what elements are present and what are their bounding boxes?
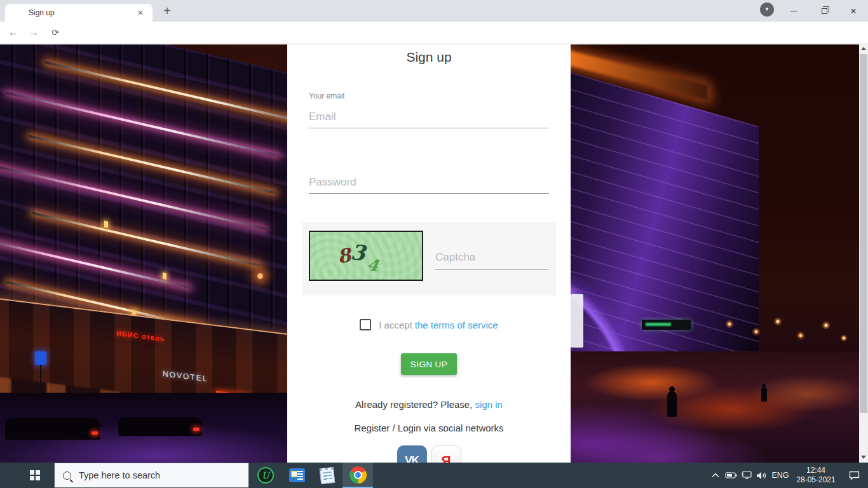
email-label: Your email <box>309 92 344 100</box>
scrollbar-down-arrow[interactable] <box>859 452 868 463</box>
tab-close-icon[interactable]: × <box>135 7 146 18</box>
car-silhouette <box>5 418 100 440</box>
background-photo-right <box>571 43 859 463</box>
minimize-icon <box>790 11 797 11</box>
window-close-button[interactable]: × <box>839 0 868 22</box>
scrollbar-up-arrow[interactable] <box>859 43 868 54</box>
neon-stripe <box>0 165 267 230</box>
notepad-glyph <box>320 466 335 484</box>
neon-stripe <box>0 236 191 288</box>
background-photo-left: ИБИС отель NOVOTEL <box>0 43 287 463</box>
captcha-digit: 3 <box>349 241 366 264</box>
vk-login-button[interactable]: VK <box>397 445 427 463</box>
captcha-field[interactable] <box>435 245 548 270</box>
page-top-edge <box>0 43 868 44</box>
car-taillight <box>92 431 98 435</box>
terms-of-service-link[interactable]: the terms of service <box>415 320 498 330</box>
signup-panel: Sign up Your email 8 3 4 I accept the te… <box>287 43 571 463</box>
captcha-digit: 4 <box>366 257 379 274</box>
screen: Sign up × + ▼ × ← → ⟳ neon.today/welcome… <box>0 0 868 488</box>
page-content: ИБИС отель NOVOTEL <box>0 43 868 463</box>
office-glyph <box>289 468 305 482</box>
start-button[interactable] <box>20 463 50 488</box>
email-field[interactable] <box>309 105 549 128</box>
street-lamp-glow <box>257 273 263 279</box>
terms-row: I accept the terms of service <box>287 319 571 330</box>
road-sign <box>35 351 46 365</box>
social-networks-heading: Register / Login via social networks <box>287 423 571 433</box>
search-icon <box>63 471 71 480</box>
language-indicator[interactable]: ENG <box>769 471 792 480</box>
browser-toolbar: ← → ⟳ neon.today/welcome/register HD ⋮ <box>0 22 868 43</box>
new-tab-button[interactable]: + <box>159 3 175 20</box>
lit-window <box>163 273 166 280</box>
toolbar-caret-button[interactable]: ▼ <box>760 3 774 17</box>
page-title: Sign up <box>287 50 571 65</box>
window-minimize-button[interactable] <box>779 0 808 22</box>
taskbar-office-icon[interactable] <box>281 463 312 488</box>
sign-in-link[interactable]: sign in <box>475 399 503 410</box>
forward-button[interactable]: → <box>24 22 43 43</box>
close-icon: × <box>850 6 857 17</box>
taskbar-iobit-icon[interactable]: U <box>250 463 281 488</box>
accept-text: I accept <box>379 320 412 330</box>
neon-stripe <box>29 135 276 194</box>
down-triangle-icon <box>861 456 866 459</box>
scrollbar-thumb[interactable] <box>860 54 867 413</box>
windows-logo-icon <box>30 470 40 480</box>
captcha-section: 8 3 4 <box>302 222 556 295</box>
neon-stripe <box>6 92 280 157</box>
taskbar-chrome-icon-active[interactable] <box>342 463 373 488</box>
battery-icon[interactable] <box>723 463 738 488</box>
taskbar-clock[interactable]: 12:44 28-05-2021 <box>792 466 840 485</box>
pedestrian-silhouette <box>667 391 677 417</box>
car-silhouette <box>118 417 202 436</box>
registered-prefix: Already registered? Please, <box>355 399 472 410</box>
yandex-login-button[interactable]: Я <box>431 445 461 463</box>
clock-time: 12:44 <box>792 466 840 475</box>
pedestrian-silhouette <box>761 388 767 402</box>
page-scrollbar[interactable] <box>859 43 868 463</box>
ibis-neon-sign: ИБИС отель <box>116 329 165 342</box>
taskbar-notepad-icon[interactable] <box>312 463 342 488</box>
street-foreground <box>0 393 287 463</box>
password-field[interactable] <box>309 171 549 194</box>
wet-street <box>571 351 859 463</box>
social-buttons-row: VK Я <box>287 445 571 463</box>
action-center-icon[interactable] <box>840 463 868 488</box>
neon-stripe <box>44 61 287 128</box>
tray-chevron-icon[interactable] <box>708 463 723 488</box>
search-placeholder-text: Type here to search <box>79 470 160 480</box>
lit-window <box>104 220 108 227</box>
browser-tab[interactable]: Sign up × <box>5 4 153 22</box>
browser-tab-strip: Sign up × + ▼ × <box>0 0 868 22</box>
volume-icon[interactable] <box>754 463 769 488</box>
terms-checkbox[interactable] <box>360 319 371 330</box>
restore-icon <box>822 8 827 14</box>
chrome-glyph <box>349 466 367 484</box>
network-icon[interactable] <box>738 463 754 488</box>
car-taillight <box>193 428 200 431</box>
reload-button[interactable]: ⟳ <box>46 22 65 43</box>
novotel-sign: NOVOTEL <box>163 369 208 384</box>
captcha-image: 8 3 4 <box>309 231 423 281</box>
clock-date: 28-05-2021 <box>792 475 840 485</box>
iobit-glyph: U <box>257 467 274 484</box>
back-button[interactable]: ← <box>4 22 23 43</box>
system-tray: ENG 12:44 28-05-2021 <box>708 463 868 488</box>
up-triangle-icon <box>861 47 866 50</box>
window-restore-button[interactable] <box>809 0 838 22</box>
sign-up-button[interactable]: SIGN UP <box>401 353 457 375</box>
windows-taskbar: Type here to search U ENG 12:44 28-05-20… <box>0 463 868 488</box>
tab-title: Sign up <box>29 8 55 17</box>
already-registered-text: Already registered? Please, sign in <box>287 399 571 410</box>
taskbar-search-box[interactable]: Type here to search <box>54 463 249 488</box>
